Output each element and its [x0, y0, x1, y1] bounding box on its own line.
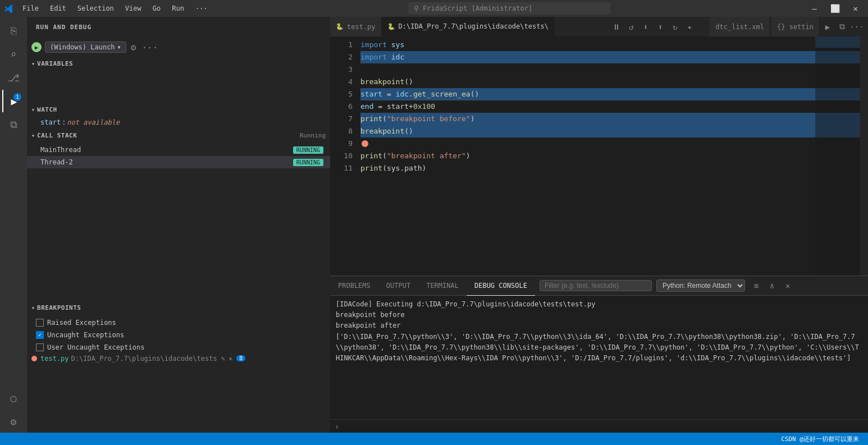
tab-output[interactable]: OUTPUT: [378, 276, 418, 296]
code-line-6: end = start+0x100: [360, 100, 868, 113]
bp-raised-checkbox[interactable]: [36, 319, 44, 327]
debug-continue-btn[interactable]: ↻: [668, 20, 682, 34]
extensions-activity-icon[interactable]: ⧉: [2, 113, 25, 136]
bp-raised-exceptions: Raised Exceptions: [27, 316, 330, 329]
code-op: (: [382, 113, 387, 125]
debug-pause-btn[interactable]: ⏸: [610, 20, 623, 34]
editor-area: 🐍 test.py 🐍 D:\IDA_Pro_7.7\plugins\idaco…: [330, 17, 868, 433]
tab-terminal[interactable]: TERMINAL: [418, 276, 467, 296]
debug-config-selector[interactable]: (Windows) Launch ▾: [45, 42, 126, 53]
bp-uncaught-checkbox[interactable]: [36, 331, 44, 339]
bp-user-uncaught-checkbox[interactable]: [36, 343, 44, 351]
debug-config-label: (Windows) Launch: [50, 43, 115, 51]
settings-activity-icon[interactable]: ⚙: [2, 410, 25, 433]
sidebar-spacer: [27, 171, 330, 302]
tab-more-btn[interactable]: ···: [850, 20, 864, 34]
tab-bar: 🐍 test.py 🐍 D:\IDA_Pro_7.7\plugins\idaco…: [330, 17, 868, 36]
code-fn: print: [360, 162, 382, 175]
account-activity-icon[interactable]: ◯: [2, 387, 25, 409]
code-var: idc: [396, 88, 409, 100]
terminal-line-1: [IDACode] Executing d:\IDA_Pro_7.7\plugi…: [336, 299, 862, 310]
debug-restart-btn[interactable]: ↺: [624, 20, 638, 34]
tab-split-btn[interactable]: ⧉: [835, 20, 849, 34]
close-button[interactable]: ✕: [848, 3, 864, 14]
terminal-line-3: breakpoint after: [336, 320, 862, 331]
callstack-header[interactable]: ▾ CALL STACK Running: [27, 129, 330, 141]
variables-header[interactable]: ▾ VARIABLES: [27, 57, 330, 70]
bp-file-row: test.py D:\IDA_Pro_7.7\plugins\idacode\t…: [27, 354, 330, 364]
bp-close-icon[interactable]: ✕: [229, 355, 232, 363]
menu-selection[interactable]: Selection: [73, 3, 118, 13]
code-str: "breakpoint after": [387, 150, 466, 162]
tab-debug-console[interactable]: DEBUG CONSOLE: [467, 276, 535, 296]
callstack-thread-main[interactable]: MainThread RUNNING: [27, 144, 330, 156]
scrollbar-track[interactable]: [860, 36, 868, 276]
debug-play-button[interactable]: ▶: [31, 42, 42, 52]
menu-go[interactable]: Go: [148, 3, 165, 13]
code-line-7: print("breakpoint before"): [360, 113, 868, 125]
code-line-8: breakpoint(): [360, 125, 868, 137]
tab-dtc-xml[interactable]: dtc_list.xml: [710, 17, 770, 36]
code-op: (sys.path): [382, 162, 426, 175]
tab-settings[interactable]: {} settin: [771, 17, 820, 36]
code-fn: get_screen_ea: [413, 88, 470, 100]
tab-run-btn[interactable]: ▶: [821, 20, 834, 34]
watch-var-name: start: [40, 118, 61, 126]
terminal-up-icon[interactable]: ∧: [765, 279, 779, 292]
terminal-content: [IDACode] Executing d:\IDA_Pro_7.7\plugi…: [330, 296, 868, 419]
status-csdn[interactable]: CSDN @还好一切都可以重来: [776, 435, 864, 443]
terminal-filter-input[interactable]: [540, 280, 652, 291]
minimize-button[interactable]: —: [806, 3, 822, 14]
tab-active-file[interactable]: 🐍 D:\IDA_Pro_7.7\plugins\idacode\tests\: [382, 17, 555, 36]
terminal-source-select[interactable]: Python: Remote Attach: [656, 279, 745, 292]
code-line-2: import idc: [360, 51, 868, 63]
breakpoint-indicator: [362, 140, 368, 147]
code-op: (): [404, 76, 413, 88]
bp-file-path: D:\IDA_Pro_7.7\plugins\idacode\tests: [71, 355, 217, 363]
variables-arrow-icon: ▾: [31, 61, 35, 67]
terminal-list-icon[interactable]: ≡: [750, 279, 763, 292]
tab-test-py[interactable]: 🐍 test.py: [330, 17, 382, 36]
code-line-5: start = idc.get_screen_ea(): [360, 88, 868, 100]
title-bar: File Edit Selection View Go Run ··· ⚲ Fr…: [0, 0, 868, 17]
code-line-11: print(sys.path): [360, 162, 868, 175]
code-line-3: [360, 63, 868, 76]
debug-badge: 1: [13, 93, 21, 101]
code-var: start: [360, 88, 382, 100]
code-editor: 1 2 3 4 5 6 7 8 9 10 11 import sys impor: [330, 36, 868, 276]
code-content: import sys import idc breakpoint() start…: [358, 36, 868, 276]
menu-more[interactable]: ···: [191, 3, 212, 13]
menu-view[interactable]: View: [121, 3, 146, 13]
breakpoints-header[interactable]: ▾ BREAKPOINTS: [27, 302, 330, 314]
run-debug-activity-icon[interactable]: ▶ 1: [2, 90, 25, 112]
breakpoints-content: Raised Exceptions Uncaught Exceptions Us…: [27, 314, 330, 366]
watch-header[interactable]: ▾ WATCH: [27, 103, 330, 116]
callstack-title: CALL STACK: [37, 132, 77, 139]
watch-arrow-icon: ▾: [31, 107, 35, 113]
tab-problems[interactable]: PROBLEMS: [330, 276, 378, 296]
explorer-activity-icon[interactable]: ⎘: [2, 19, 25, 42]
callstack-thread-2[interactable]: Thread-2 RUNNING: [27, 156, 330, 168]
debug-more-icon[interactable]: ···: [140, 42, 159, 53]
code-line-1: import sys: [360, 39, 868, 51]
callstack-thread-main-badge: RUNNING: [293, 146, 323, 154]
tab-actions: ⏸ ↺ ⬇ ⬆ ↻ ✦ dtc_list.xml {} settin ▶ ⧉ ·…: [605, 17, 868, 36]
callstack-status: Running: [300, 132, 326, 139]
menu-run[interactable]: Run: [167, 3, 189, 13]
debug-special-btn[interactable]: ✦: [683, 20, 696, 34]
menu-edit[interactable]: Edit: [45, 3, 71, 13]
source-control-activity-icon[interactable]: ⎇: [2, 66, 25, 89]
variables-title: VARIABLES: [37, 60, 73, 67]
debug-step-over-btn[interactable]: ⬇: [639, 20, 652, 34]
menu-file[interactable]: File: [18, 3, 43, 13]
code-op: (: [382, 150, 387, 162]
code-op: =: [382, 88, 395, 100]
command-palette[interactable]: ⚲ FridaScript [Administrator]: [408, 2, 610, 15]
debug-settings-icon[interactable]: ⚙: [130, 42, 138, 53]
search-activity-icon[interactable]: ⌕: [2, 43, 25, 65]
debug-step-in-btn[interactable]: ⬆: [654, 20, 667, 34]
maximize-button[interactable]: ⬜: [825, 3, 846, 14]
code-num: 0x100: [413, 100, 435, 113]
bp-edit-icon[interactable]: ✎: [221, 355, 225, 363]
terminal-close-icon[interactable]: ✕: [781, 279, 794, 292]
